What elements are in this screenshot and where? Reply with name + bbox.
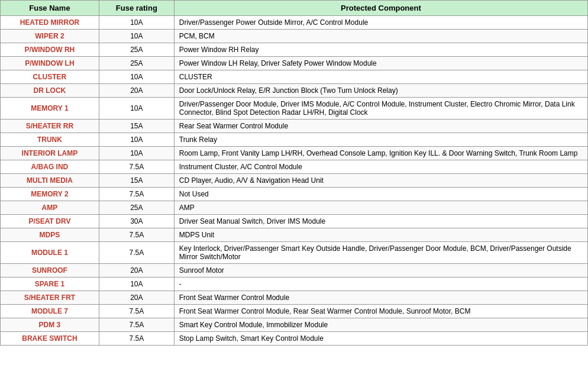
fuse-name-cell: MDPS bbox=[1, 228, 99, 242]
header-fuse-rating: Fuse rating bbox=[99, 1, 174, 16]
protected-component-cell: CD Player, Audio, A/V & Navigation Head … bbox=[174, 174, 587, 188]
table-row: S/HEATER RR15ARear Seat Warmer Control M… bbox=[1, 120, 588, 133]
fuse-rating-cell: 7.5A bbox=[99, 160, 174, 174]
fuse-rating-cell: 7.5A bbox=[99, 318, 174, 332]
protected-component-cell: Door Lock/Unlock Relay, E/R Junction Blo… bbox=[174, 84, 587, 98]
fuse-name-cell: SUNROOF bbox=[1, 264, 99, 278]
fuse-rating-cell: 25A bbox=[99, 201, 174, 215]
protected-component-cell: Front Seat Warmer Control Module, Rear S… bbox=[174, 305, 587, 318]
protected-component-cell: Not Used bbox=[174, 188, 587, 201]
fuse-table: Fuse Name Fuse rating Protected Componen… bbox=[0, 0, 588, 346]
protected-component-cell: PCM, BCM bbox=[174, 30, 587, 43]
protected-component-cell: CLUSTER bbox=[174, 70, 587, 84]
fuse-rating-cell: 10A bbox=[99, 98, 174, 120]
fuse-rating-cell: 20A bbox=[99, 291, 174, 305]
fuse-name-cell: MULTI MEDIA bbox=[1, 174, 99, 188]
fuse-rating-cell: 7.5A bbox=[99, 228, 174, 242]
fuse-rating-cell: 10A bbox=[99, 278, 174, 291]
fuse-rating-cell: 25A bbox=[99, 57, 174, 70]
fuse-rating-cell: 10A bbox=[99, 147, 174, 160]
protected-component-cell: Room Lamp, Front Vanity Lamp LH/RH, Over… bbox=[174, 147, 587, 160]
fuse-name-cell: DR LOCK bbox=[1, 84, 99, 98]
header-protected-component: Protected Component bbox=[174, 1, 587, 16]
protected-component-cell: Driver/Passenger Door Module, Driver IMS… bbox=[174, 98, 587, 120]
fuse-rating-cell: 10A bbox=[99, 16, 174, 30]
table-row: MDPS7.5AMDPS Unit bbox=[1, 228, 588, 242]
table-row: AMP25AAMP bbox=[1, 201, 588, 215]
table-row: MEMORY 27.5ANot Used bbox=[1, 188, 588, 201]
fuse-name-cell: INTERIOR LAMP bbox=[1, 147, 99, 160]
header-fuse-name: Fuse Name bbox=[1, 1, 99, 16]
table-row: MEMORY 110ADriver/Passenger Door Module,… bbox=[1, 98, 588, 120]
table-row: INTERIOR LAMP10ARoom Lamp, Front Vanity … bbox=[1, 147, 588, 160]
fuse-rating-cell: 7.5A bbox=[99, 242, 174, 264]
protected-component-cell: Driver/Passenger Power Outside Mirror, A… bbox=[174, 16, 587, 30]
fuse-rating-cell: 7.5A bbox=[99, 188, 174, 201]
protected-component-cell: Front Seat Warmer Control Module bbox=[174, 291, 587, 305]
fuse-name-cell: MODULE 1 bbox=[1, 242, 99, 264]
fuse-name-cell: A/BAG IND bbox=[1, 160, 99, 174]
fuse-rating-cell: 30A bbox=[99, 215, 174, 228]
table-row: MULTI MEDIA15ACD Player, Audio, A/V & Na… bbox=[1, 174, 588, 188]
protected-component-cell: - bbox=[174, 278, 587, 291]
fuse-rating-cell: 20A bbox=[99, 264, 174, 278]
fuse-rating-cell: 7.5A bbox=[99, 332, 174, 346]
fuse-name-cell: P/WINDOW LH bbox=[1, 57, 99, 70]
fuse-name-cell: CLUSTER bbox=[1, 70, 99, 84]
table-row: SPARE 110A- bbox=[1, 278, 588, 291]
table-row: S/HEATER FRT20AFront Seat Warmer Control… bbox=[1, 291, 588, 305]
fuse-rating-cell: 25A bbox=[99, 43, 174, 57]
protected-component-cell: Power Window RH Relay bbox=[174, 43, 587, 57]
protected-component-cell: Instrument Cluster, A/C Control Module bbox=[174, 160, 587, 174]
table-row: BRAKE SWITCH7.5AStop Lamp Switch, Smart … bbox=[1, 332, 588, 346]
fuse-name-cell: MEMORY 2 bbox=[1, 188, 99, 201]
protected-component-cell: Sunroof Motor bbox=[174, 264, 587, 278]
protected-component-cell: MDPS Unit bbox=[174, 228, 587, 242]
table-row: MODULE 77.5AFront Seat Warmer Control Mo… bbox=[1, 305, 588, 318]
table-row: P/SEAT DRV30ADriver Seat Manual Switch, … bbox=[1, 215, 588, 228]
fuse-rating-cell: 15A bbox=[99, 120, 174, 133]
fuse-rating-cell: 15A bbox=[99, 174, 174, 188]
fuse-name-cell: SPARE 1 bbox=[1, 278, 99, 291]
protected-component-cell: Driver Seat Manual Switch, Driver IMS Mo… bbox=[174, 215, 587, 228]
table-row: PDM 37.5ASmart Key Control Module, Immob… bbox=[1, 318, 588, 332]
table-row: MODULE 17.5AKey Interlock, Driver/Passen… bbox=[1, 242, 588, 264]
fuse-name-cell: S/HEATER FRT bbox=[1, 291, 99, 305]
protected-component-cell: Power Window LH Relay, Driver Safety Pow… bbox=[174, 57, 587, 70]
fuse-rating-cell: 10A bbox=[99, 133, 174, 147]
fuse-rating-cell: 7.5A bbox=[99, 305, 174, 318]
fuse-name-cell: HEATED MIRROR bbox=[1, 16, 99, 30]
fuse-name-cell: MODULE 7 bbox=[1, 305, 99, 318]
protected-component-cell: Trunk Relay bbox=[174, 133, 587, 147]
protected-component-cell: Key Interlock, Driver/Passenger Smart Ke… bbox=[174, 242, 587, 264]
protected-component-cell: AMP bbox=[174, 201, 587, 215]
table-row: P/WINDOW LH25APower Window LH Relay, Dri… bbox=[1, 57, 588, 70]
fuse-name-cell: S/HEATER RR bbox=[1, 120, 99, 133]
table-row: A/BAG IND7.5AInstrument Cluster, A/C Con… bbox=[1, 160, 588, 174]
fuse-name-cell: WIPER 2 bbox=[1, 30, 99, 43]
fuse-name-cell: P/WINDOW RH bbox=[1, 43, 99, 57]
table-row: SUNROOF20ASunroof Motor bbox=[1, 264, 588, 278]
fuse-name-cell: MEMORY 1 bbox=[1, 98, 99, 120]
table-row: DR LOCK20ADoor Lock/Unlock Relay, E/R Ju… bbox=[1, 84, 588, 98]
fuse-name-cell: PDM 3 bbox=[1, 318, 99, 332]
table-row: WIPER 210APCM, BCM bbox=[1, 30, 588, 43]
table-row: HEATED MIRROR10ADriver/Passenger Power O… bbox=[1, 16, 588, 30]
protected-component-cell: Stop Lamp Switch, Smart Key Control Modu… bbox=[174, 332, 587, 346]
fuse-name-cell: P/SEAT DRV bbox=[1, 215, 99, 228]
protected-component-cell: Rear Seat Warmer Control Module bbox=[174, 120, 587, 133]
fuse-name-cell: AMP bbox=[1, 201, 99, 215]
table-row: TRUNK10ATrunk Relay bbox=[1, 133, 588, 147]
fuse-rating-cell: 10A bbox=[99, 70, 174, 84]
table-row: CLUSTER10ACLUSTER bbox=[1, 70, 588, 84]
fuse-name-cell: TRUNK bbox=[1, 133, 99, 147]
fuse-rating-cell: 20A bbox=[99, 84, 174, 98]
fuse-name-cell: BRAKE SWITCH bbox=[1, 332, 99, 346]
fuse-rating-cell: 10A bbox=[99, 30, 174, 43]
protected-component-cell: Smart Key Control Module, Immobilizer Mo… bbox=[174, 318, 587, 332]
table-row: P/WINDOW RH25APower Window RH Relay bbox=[1, 43, 588, 57]
